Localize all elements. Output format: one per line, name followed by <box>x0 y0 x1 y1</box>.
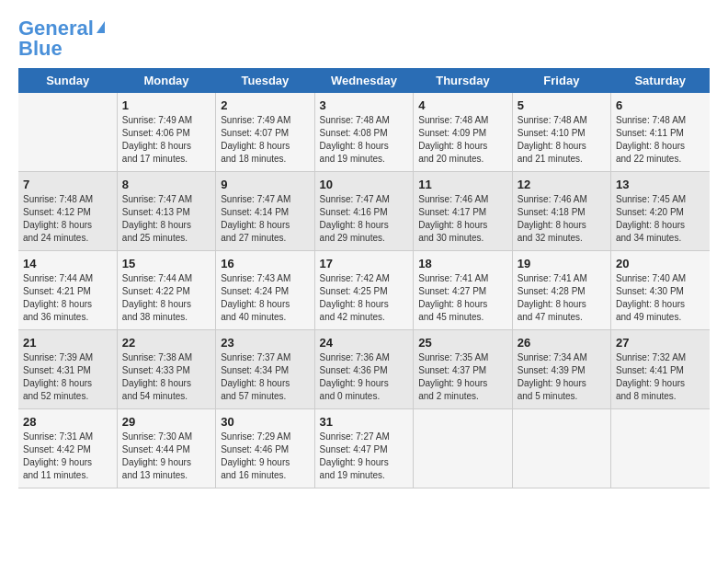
day-number: 23 <box>221 336 309 350</box>
weekday-header-monday: Monday <box>117 68 215 93</box>
day-info: Sunrise: 7:44 AMSunset: 4:22 PMDaylight:… <box>122 272 210 324</box>
day-number: 8 <box>122 178 210 191</box>
calendar-cell <box>611 409 711 488</box>
calendar-cell: 18Sunrise: 7:41 AMSunset: 4:27 PMDayligh… <box>414 251 512 330</box>
day-info: Sunrise: 7:49 AMSunset: 4:06 PMDaylight:… <box>122 114 210 166</box>
day-info: Sunrise: 7:45 AMSunset: 4:20 PMDaylight:… <box>616 193 705 245</box>
day-info: Sunrise: 7:39 AMSunset: 4:31 PMDaylight:… <box>23 351 112 403</box>
day-number: 24 <box>320 336 409 350</box>
weekday-header-thursday: Thursday <box>414 68 512 93</box>
weekday-header-saturday: Saturday <box>611 68 711 93</box>
day-number: 2 <box>221 98 309 112</box>
calendar-cell: 21Sunrise: 7:39 AMSunset: 4:31 PMDayligh… <box>18 330 117 409</box>
day-number: 31 <box>320 415 409 429</box>
day-info: Sunrise: 7:27 AMSunset: 4:47 PMDaylight:… <box>320 431 409 482</box>
day-number: 5 <box>518 98 606 112</box>
day-number: 6 <box>616 98 705 112</box>
day-info: Sunrise: 7:47 AMSunset: 4:14 PMDaylight:… <box>221 193 309 245</box>
day-info: Sunrise: 7:41 AMSunset: 4:28 PMDaylight:… <box>518 272 606 324</box>
day-info: Sunrise: 7:30 AMSunset: 4:44 PMDaylight:… <box>122 431 210 482</box>
day-info: Sunrise: 7:40 AMSunset: 4:30 PMDaylight:… <box>616 272 705 324</box>
calendar-cell: 31Sunrise: 7:27 AMSunset: 4:47 PMDayligh… <box>314 409 414 488</box>
calendar-cell: 30Sunrise: 7:29 AMSunset: 4:46 PMDayligh… <box>216 409 314 488</box>
calendar-cell <box>512 409 610 488</box>
calendar-cell: 1Sunrise: 7:49 AMSunset: 4:06 PMDaylight… <box>117 93 215 172</box>
calendar-cell: 10Sunrise: 7:47 AMSunset: 4:16 PMDayligh… <box>314 172 414 251</box>
day-info: Sunrise: 7:44 AMSunset: 4:21 PMDaylight:… <box>23 272 112 324</box>
calendar-cell: 6Sunrise: 7:48 AMSunset: 4:11 PMDaylight… <box>611 93 711 172</box>
logo-text: General <box>18 18 94 39</box>
day-info: Sunrise: 7:43 AMSunset: 4:24 PMDaylight:… <box>221 272 309 324</box>
calendar-cell: 2Sunrise: 7:49 AMSunset: 4:07 PMDaylight… <box>216 93 314 172</box>
calendar-cell: 8Sunrise: 7:47 AMSunset: 4:13 PMDaylight… <box>117 172 215 251</box>
day-info: Sunrise: 7:32 AMSunset: 4:41 PMDaylight:… <box>616 351 705 403</box>
calendar-cell: 29Sunrise: 7:30 AMSunset: 4:44 PMDayligh… <box>117 409 215 488</box>
page-header: General Blue <box>18 18 710 59</box>
day-number: 27 <box>616 336 705 350</box>
calendar-cell: 20Sunrise: 7:40 AMSunset: 4:30 PMDayligh… <box>611 251 711 330</box>
logo-blue-text: Blue <box>18 39 63 59</box>
day-number: 4 <box>418 98 506 112</box>
day-number: 21 <box>23 336 112 350</box>
calendar-cell: 12Sunrise: 7:46 AMSunset: 4:18 PMDayligh… <box>512 172 610 251</box>
calendar-cell: 3Sunrise: 7:48 AMSunset: 4:08 PMDaylight… <box>314 93 414 172</box>
day-number: 28 <box>23 415 112 429</box>
weekday-header-sunday: Sunday <box>18 68 117 93</box>
day-number: 11 <box>418 178 506 191</box>
weekday-header-tuesday: Tuesday <box>216 68 314 93</box>
day-info: Sunrise: 7:46 AMSunset: 4:17 PMDaylight:… <box>418 193 506 245</box>
day-number: 29 <box>122 415 210 429</box>
weekday-header-row: SundayMondayTuesdayWednesdayThursdayFrid… <box>18 68 710 93</box>
day-number: 7 <box>23 178 112 191</box>
day-number: 26 <box>518 336 606 350</box>
calendar-cell: 4Sunrise: 7:48 AMSunset: 4:09 PMDaylight… <box>414 93 512 172</box>
day-number: 25 <box>418 336 506 350</box>
week-row-4: 21Sunrise: 7:39 AMSunset: 4:31 PMDayligh… <box>18 330 710 409</box>
day-info: Sunrise: 7:47 AMSunset: 4:13 PMDaylight:… <box>122 193 210 245</box>
calendar-cell: 7Sunrise: 7:48 AMSunset: 4:12 PMDaylight… <box>18 172 117 251</box>
day-info: Sunrise: 7:48 AMSunset: 4:12 PMDaylight:… <box>23 193 112 245</box>
day-number: 15 <box>122 257 210 270</box>
day-number: 18 <box>418 257 506 270</box>
day-info: Sunrise: 7:37 AMSunset: 4:34 PMDaylight:… <box>221 351 309 403</box>
day-number: 9 <box>221 178 309 191</box>
week-row-2: 7Sunrise: 7:48 AMSunset: 4:12 PMDaylight… <box>18 172 710 251</box>
week-row-1: 1Sunrise: 7:49 AMSunset: 4:06 PMDaylight… <box>18 93 710 172</box>
calendar-cell <box>18 93 117 172</box>
day-number: 10 <box>320 178 409 191</box>
day-number: 12 <box>518 178 606 191</box>
calendar-cell: 15Sunrise: 7:44 AMSunset: 4:22 PMDayligh… <box>117 251 215 330</box>
calendar-cell: 27Sunrise: 7:32 AMSunset: 4:41 PMDayligh… <box>611 330 711 409</box>
day-info: Sunrise: 7:36 AMSunset: 4:36 PMDaylight:… <box>320 351 409 403</box>
day-number: 14 <box>23 257 112 270</box>
day-number: 22 <box>122 336 210 350</box>
day-info: Sunrise: 7:48 AMSunset: 4:08 PMDaylight:… <box>320 114 409 166</box>
calendar-cell: 24Sunrise: 7:36 AMSunset: 4:36 PMDayligh… <box>314 330 414 409</box>
calendar-cell: 19Sunrise: 7:41 AMSunset: 4:28 PMDayligh… <box>512 251 610 330</box>
calendar-cell: 11Sunrise: 7:46 AMSunset: 4:17 PMDayligh… <box>414 172 512 251</box>
calendar-cell: 23Sunrise: 7:37 AMSunset: 4:34 PMDayligh… <box>216 330 314 409</box>
calendar-cell: 13Sunrise: 7:45 AMSunset: 4:20 PMDayligh… <box>611 172 711 251</box>
day-info: Sunrise: 7:48 AMSunset: 4:09 PMDaylight:… <box>418 114 506 166</box>
week-row-3: 14Sunrise: 7:44 AMSunset: 4:21 PMDayligh… <box>18 251 710 330</box>
calendar-cell: 9Sunrise: 7:47 AMSunset: 4:14 PMDaylight… <box>216 172 314 251</box>
day-number: 17 <box>320 257 409 270</box>
calendar-cell <box>414 409 512 488</box>
calendar-cell: 5Sunrise: 7:48 AMSunset: 4:10 PMDaylight… <box>512 93 610 172</box>
week-row-5: 28Sunrise: 7:31 AMSunset: 4:42 PMDayligh… <box>18 409 710 488</box>
logo: General Blue <box>18 18 105 59</box>
day-number: 3 <box>320 98 409 112</box>
day-info: Sunrise: 7:48 AMSunset: 4:10 PMDaylight:… <box>518 114 606 166</box>
day-info: Sunrise: 7:29 AMSunset: 4:46 PMDaylight:… <box>221 431 309 482</box>
calendar-cell: 17Sunrise: 7:42 AMSunset: 4:25 PMDayligh… <box>314 251 414 330</box>
day-info: Sunrise: 7:34 AMSunset: 4:39 PMDaylight:… <box>518 351 606 403</box>
calendar-cell: 26Sunrise: 7:34 AMSunset: 4:39 PMDayligh… <box>512 330 610 409</box>
calendar-cell: 28Sunrise: 7:31 AMSunset: 4:42 PMDayligh… <box>18 409 117 488</box>
day-info: Sunrise: 7:49 AMSunset: 4:07 PMDaylight:… <box>221 114 309 166</box>
day-number: 19 <box>518 257 606 270</box>
calendar-cell: 25Sunrise: 7:35 AMSunset: 4:37 PMDayligh… <box>414 330 512 409</box>
day-number: 30 <box>221 415 309 429</box>
weekday-header-friday: Friday <box>512 68 610 93</box>
weekday-header-wednesday: Wednesday <box>314 68 414 93</box>
day-info: Sunrise: 7:38 AMSunset: 4:33 PMDaylight:… <box>122 351 210 403</box>
